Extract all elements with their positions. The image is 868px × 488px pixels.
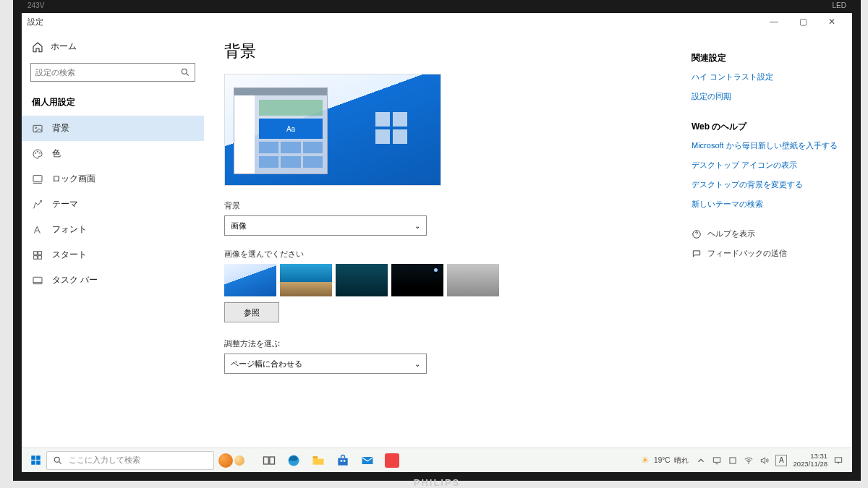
mail-icon[interactable] (357, 450, 378, 471)
fit-label: 調整方法を選ぶ (224, 338, 686, 349)
clock[interactable]: 13:31 2023/11/28 (793, 453, 827, 468)
link-find-themes[interactable]: 新しいテーマの検索 (692, 199, 841, 210)
taskbar: ここに入力して検索 ☀ 19°C 晴れ (22, 448, 852, 472)
start-button[interactable] (25, 455, 46, 466)
thumbnail-4[interactable] (391, 264, 443, 296)
fit-select[interactable]: ページ幅に合わせる ⌄ (224, 354, 427, 374)
background-type-select[interactable]: 画像 ⌄ (224, 215, 427, 236)
home-link[interactable]: ホーム (22, 35, 204, 59)
svg-rect-26 (714, 457, 720, 461)
link-change-background[interactable]: デスクトップの背景を変更する (692, 179, 841, 190)
restore-button[interactable]: ▢ (788, 17, 817, 27)
page-title: 背景 (224, 40, 686, 62)
related-settings-title: 関連設定 (692, 52, 841, 64)
weather-temp: 19°C (654, 456, 670, 464)
sidebar-item-start[interactable]: スタート (22, 242, 204, 267)
sidebar-item-colors[interactable]: 色 (22, 141, 204, 166)
svg-point-4 (37, 151, 38, 152)
right-pane: 関連設定 ハイ コントラスト設定 設定の同期 Web のヘルプ Microsof… (686, 30, 852, 448)
app-icon[interactable] (382, 450, 402, 471)
action-center-icon[interactable] (833, 455, 843, 466)
store-icon[interactable] (333, 450, 353, 471)
image-thumbnails (224, 264, 686, 296)
give-feedback-link[interactable]: フィードバックの送信 (692, 248, 841, 259)
clock-date: 2023/11/28 (793, 461, 827, 468)
svg-point-3 (35, 153, 35, 153)
explorer-icon[interactable] (308, 450, 328, 471)
sidebar-item-label: テーマ (52, 198, 78, 210)
main-content: 背景 Aa (204, 30, 686, 448)
svg-rect-14 (36, 455, 41, 460)
svg-point-2 (35, 127, 37, 128)
search-input[interactable] (35, 68, 180, 77)
edge-icon[interactable] (284, 450, 304, 471)
minimize-button[interactable]: — (760, 17, 788, 27)
wifi-icon[interactable] (744, 455, 754, 466)
link-daily-wallpaper[interactable]: Microsoft から毎日新しい壁紙を入手する (692, 140, 841, 151)
settings-search[interactable] (30, 63, 195, 82)
link-sync-settings[interactable]: 設定の同期 (692, 91, 841, 102)
svg-rect-7 (34, 251, 38, 254)
start-icon (32, 249, 43, 261)
tray-icon[interactable] (728, 455, 738, 466)
weather-widget[interactable]: ☀ 19°C 晴れ (641, 455, 689, 466)
search-icon (53, 455, 63, 466)
feedback-label: フィードバックの送信 (707, 248, 787, 259)
chevron-down-icon: ⌄ (414, 222, 420, 230)
chevron-up-icon[interactable] (696, 455, 706, 466)
system-tray: A 13:31 2023/11/28 (696, 453, 849, 468)
browse-button[interactable]: 参照 (224, 302, 279, 322)
background-label: 背景 (224, 200, 686, 211)
image-icon (32, 123, 43, 134)
svg-rect-8 (38, 251, 42, 254)
svg-point-0 (182, 69, 187, 74)
windows-logo-icon (375, 112, 407, 144)
svg-rect-16 (36, 461, 41, 465)
choose-image-label: 画像を選んでください (224, 249, 686, 260)
chevron-down-icon: ⌄ (414, 360, 420, 368)
svg-rect-18 (264, 457, 269, 464)
link-high-contrast[interactable]: ハイ コントラスト設定 (692, 72, 841, 82)
home-icon (32, 41, 43, 53)
settings-window: 設定 — ▢ ✕ ホーム 個人 (22, 13, 852, 472)
svg-point-17 (54, 457, 59, 462)
sidebar-item-label: 色 (52, 147, 61, 160)
sidebar-item-label: 背景 (52, 122, 69, 134)
taskbar-search[interactable]: ここに入力して検索 (46, 451, 214, 470)
svg-rect-13 (31, 455, 35, 460)
sidebar-item-label: スタート (52, 249, 87, 261)
link-desktop-icons[interactable]: デスクトップ アイコンの表示 (692, 160, 841, 171)
ime-indicator[interactable]: A (775, 455, 787, 466)
close-button[interactable]: ✕ (817, 17, 846, 27)
svg-rect-23 (341, 460, 343, 462)
palette-icon (32, 148, 43, 160)
get-help-link[interactable]: ヘルプを表示 (692, 228, 841, 239)
thumbnail-3[interactable] (336, 264, 388, 296)
svg-rect-15 (31, 461, 35, 465)
lock-screen-icon (32, 174, 43, 185)
task-view-button[interactable] (259, 450, 279, 471)
sidebar-section-title: 個人用設定 (22, 92, 204, 116)
clock-time: 13:31 (793, 453, 827, 461)
taskbar-search-placeholder: ここに入力して検索 (69, 455, 140, 466)
thumbnail-2[interactable] (280, 264, 332, 296)
search-icon (180, 67, 190, 77)
thumbnail-5[interactable] (447, 264, 499, 296)
help-label: ヘルプを表示 (707, 228, 755, 239)
monitor-model: 243V (27, 1, 44, 9)
font-icon (32, 224, 43, 236)
volume-icon[interactable] (760, 455, 770, 466)
sidebar-item-lockscreen[interactable]: ロック画面 (22, 166, 204, 192)
sidebar-item-fonts[interactable]: フォント (22, 217, 204, 242)
sidebar-item-themes[interactable]: テーマ (22, 192, 204, 217)
svg-rect-11 (33, 277, 42, 283)
svg-rect-24 (344, 460, 346, 462)
tray-icon[interactable] (712, 455, 722, 466)
sidebar-item-taskbar[interactable]: タスク バー (22, 267, 204, 293)
search-highlight[interactable] (218, 453, 244, 468)
select-value: ページ幅に合わせる (231, 359, 302, 369)
preview-sample-text: Aa (259, 119, 323, 139)
sidebar-item-background[interactable]: 背景 (22, 116, 204, 141)
thumbnail-1[interactable] (224, 264, 276, 296)
monitor-brand: PHILIPS (414, 477, 461, 488)
